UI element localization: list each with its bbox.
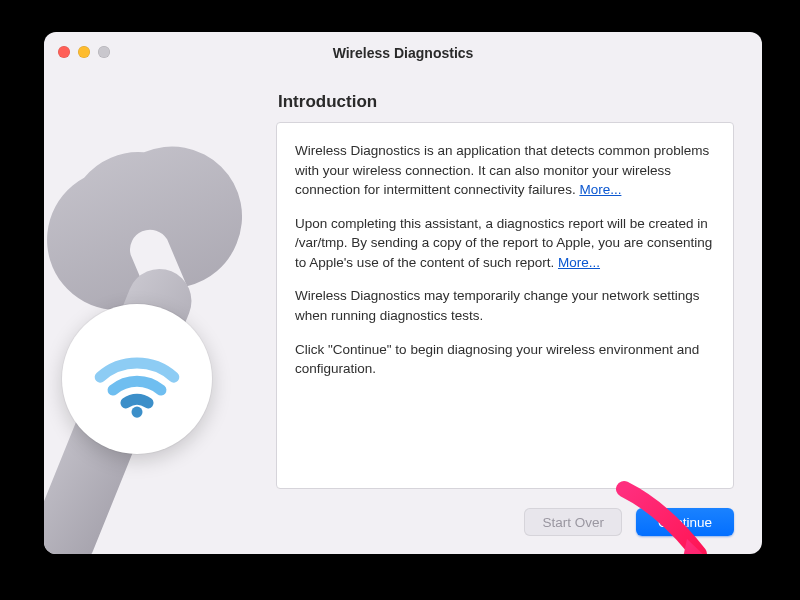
content-area: Introduction Wireless Diagnostics is an …	[44, 74, 762, 554]
more-link-2[interactable]: More...	[558, 255, 600, 270]
intro-text-box: Wireless Diagnostics is an application t…	[276, 122, 734, 489]
intro-paragraph-4: Click "Continue" to begin diagnosing you…	[295, 340, 715, 379]
paragraph-text: Upon completing this assistant, a diagno…	[295, 216, 712, 270]
main-column: Introduction Wireless Diagnostics is an …	[276, 92, 734, 536]
window-title: Wireless Diagnostics	[333, 45, 474, 61]
continue-button[interactable]: Continue	[636, 508, 734, 536]
titlebar: Wireless Diagnostics	[44, 32, 762, 75]
wifi-icon	[91, 333, 183, 425]
intro-paragraph-2: Upon completing this assistant, a diagno…	[295, 214, 715, 273]
wrench-icon	[44, 134, 284, 554]
paragraph-text: Wireless Diagnostics is an application t…	[295, 143, 709, 197]
sidebar-illustration	[44, 134, 264, 554]
minimize-window-button[interactable]	[78, 46, 90, 58]
page-heading: Introduction	[278, 92, 734, 112]
intro-paragraph-1: Wireless Diagnostics is an application t…	[295, 141, 715, 200]
wireless-diagnostics-window: Wireless Diagnostics	[44, 32, 762, 554]
svg-rect-0	[44, 259, 201, 554]
close-window-button[interactable]	[58, 46, 70, 58]
svg-marker-2	[679, 539, 727, 554]
button-row: Start Over Continue	[524, 508, 734, 536]
start-over-button: Start Over	[524, 508, 622, 536]
wifi-badge	[62, 304, 212, 454]
more-link-1[interactable]: More...	[579, 182, 621, 197]
window-controls	[58, 46, 110, 58]
intro-paragraph-3: Wireless Diagnostics may temporarily cha…	[295, 286, 715, 325]
svg-point-1	[131, 407, 142, 418]
zoom-window-button	[98, 46, 110, 58]
